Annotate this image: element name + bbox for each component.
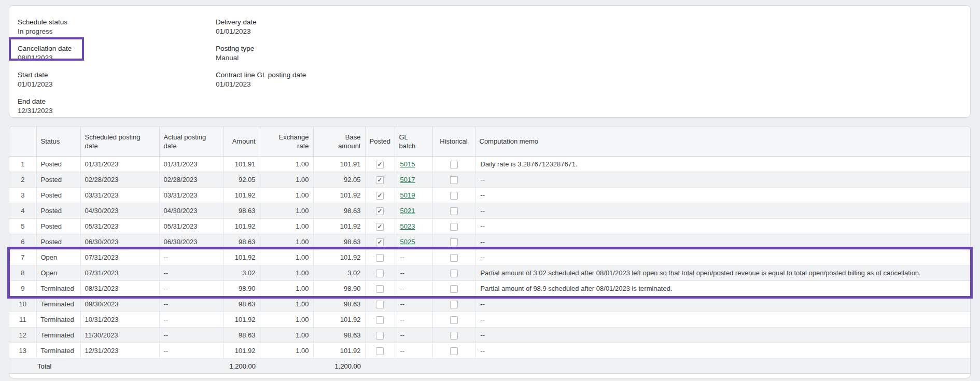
cell-scheduled-posting-date: 04/30/2023 [80,203,159,219]
cell-computation-memo: -- [475,312,970,328]
info-field: Delivery date01/01/2023 [216,18,306,36]
column-header: Exchange rate [260,126,313,157]
field-label: Posting type [216,44,306,53]
cell-exchange-rate: 1.00 [260,172,313,188]
posted-checkbox[interactable] [376,316,384,324]
field-label: Cancellation date [18,44,216,53]
cell-base-amount: 98.63 [313,234,365,250]
schedule-lines-table: StatusScheduled posting dateActual posti… [9,126,970,374]
cell-posted [365,172,395,188]
cell-gl-batch: -- [395,265,432,281]
cell-row-number: 4 [9,203,36,219]
posted-checkbox[interactable] [376,176,384,184]
cell-base-amount: 92.05 [313,172,365,188]
column-header: Base amount [313,126,365,157]
cell-posted [365,203,395,219]
posted-checkbox[interactable] [376,301,384,308]
cell-actual-posting-date: -- [159,328,223,343]
posted-checkbox[interactable] [376,254,384,262]
cell-historical [432,297,475,312]
posted-checkbox[interactable] [376,223,384,231]
historical-checkbox[interactable] [450,301,458,308]
info-field: Contract line GL posting date01/01/2023 [216,70,306,89]
posted-checkbox[interactable] [376,332,384,340]
cell-base-amount: 101.91 [313,157,365,172]
gl-batch-link[interactable]: 5017 [400,176,415,184]
cell-exchange-rate: 1.00 [260,234,313,250]
cell-posted [365,188,395,203]
cell-gl-batch: -- [395,281,432,297]
gl-batch-link[interactable]: 5023 [400,222,415,230]
cell-row-number: 13 [9,343,36,359]
historical-checkbox[interactable] [450,316,458,324]
historical-checkbox[interactable] [450,238,458,246]
historical-checkbox[interactable] [450,332,458,340]
cell-historical [432,343,475,359]
info-field: Schedule statusIn progress [18,18,216,36]
cell-exchange-rate: 1.00 [260,343,313,359]
posted-checkbox[interactable] [376,270,384,277]
cell-exchange-rate: 1.00 [260,203,313,219]
field-value: In progress [18,27,216,36]
gl-batch-link[interactable]: 5019 [400,191,415,199]
cell-computation-memo: -- [475,188,970,203]
cell-exchange-rate: 1.00 [260,219,313,234]
cell-actual-posting-date: -- [159,312,223,328]
cell-scheduled-posting-date: 03/31/2023 [80,188,159,203]
cell-gl-batch: 5023 [395,219,432,234]
cell-amount: 98.63 [223,234,260,250]
cell-row-number: 6 [9,234,36,250]
cell-status: Terminated [36,328,80,343]
cell-historical [432,250,475,265]
cell-posted [365,157,395,172]
historical-checkbox[interactable] [450,192,458,200]
historical-checkbox[interactable] [450,254,458,262]
table-row: 10Terminated09/30/2023--98.631.0098.63--… [9,297,970,312]
posted-checkbox[interactable] [376,238,384,246]
cell-computation-memo: Partial amount of 98.9 scheduled after 0… [475,281,970,297]
field-label: Schedule status [18,18,216,27]
cell-status: Terminated [36,297,80,312]
gl-batch-link[interactable]: 5021 [400,207,415,215]
historical-checkbox[interactable] [450,161,458,168]
cell-gl-batch: 5017 [395,172,432,188]
historical-checkbox[interactable] [450,270,458,277]
posted-checkbox[interactable] [376,285,384,293]
cell-historical [432,265,475,281]
cell-computation-memo: Partial amount of 3.02 scheduled after 0… [475,265,970,281]
cell-scheduled-posting-date: 09/30/2023 [80,297,159,312]
cell-exchange-rate: 1.00 [260,265,313,281]
historical-checkbox[interactable] [450,285,458,293]
cell-status: Posted [36,188,80,203]
cell-scheduled-posting-date: 05/31/2023 [80,219,159,234]
cell-amount: 3.02 [223,265,260,281]
field-label: Delivery date [216,18,306,27]
cell-historical [432,312,475,328]
posted-checkbox[interactable] [376,161,384,168]
historical-checkbox[interactable] [450,207,458,215]
historical-checkbox[interactable] [450,176,458,184]
cell-gl-batch: 5025 [395,234,432,250]
table-header-row: StatusScheduled posting dateActual posti… [9,126,970,157]
cell-gl-batch: -- [395,343,432,359]
cell-computation-memo: -- [475,328,970,343]
schedule-lines-panel: StatusScheduled posting dateActual posti… [9,126,971,378]
cell-base-amount: 98.90 [313,281,365,297]
cell-computation-memo: -- [475,172,970,188]
posted-checkbox[interactable] [376,192,384,200]
posted-checkbox[interactable] [376,207,384,215]
cell-status: Terminated [36,312,80,328]
historical-checkbox[interactable] [450,223,458,231]
table-row: 3Posted03/31/202303/31/2023101.921.00101… [9,188,970,203]
cell-gl-batch: 5021 [395,203,432,219]
info-field: End date12/31/2023 [18,97,216,116]
cell-computation-memo: -- [475,297,970,312]
posted-checkbox[interactable] [376,347,384,355]
historical-checkbox[interactable] [450,347,458,355]
table-row: 1Posted01/31/202301/31/2023101.911.00101… [9,157,970,172]
gl-batch-link[interactable]: 5025 [400,238,415,246]
cell-row-number: 5 [9,219,36,234]
gl-batch-link[interactable]: 5015 [400,160,415,168]
cell-gl-batch: -- [395,328,432,343]
cell-actual-posting-date: -- [159,281,223,297]
